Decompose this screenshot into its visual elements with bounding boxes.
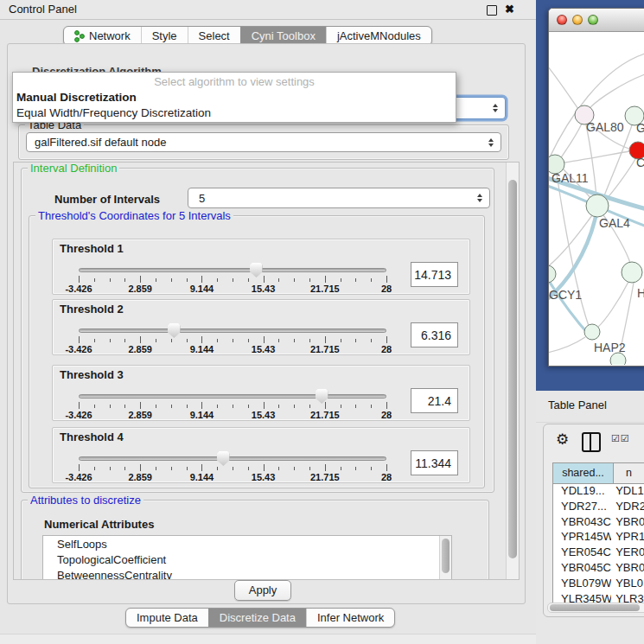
control-panel-titlebar: Control Panel ✖ [0, 0, 536, 20]
float-window-icon[interactable] [487, 5, 497, 16]
table-row[interactable]: YBR043CYBR0 [553, 515, 644, 531]
close-icon[interactable]: ✖ [505, 3, 514, 16]
tab-infer-network[interactable]: Infer Network [306, 609, 394, 627]
algorithm-placeholder: Select algorithm to view settings [13, 73, 456, 90]
threshold-panel: Threshold 3 -3.4262.8599.14415.4321.7152… [52, 365, 470, 421]
scale-tick-label: 9.144 [190, 472, 214, 482]
settings-scrollbar[interactable] [506, 163, 519, 579]
minimize-traffic-light-icon[interactable] [572, 15, 583, 25]
node-label: GCY1 [549, 288, 582, 302]
network-node-gcy1[interactable] [549, 265, 556, 283]
threshold-value-field[interactable]: 11.344 [411, 450, 458, 475]
network-node-h[interactable] [622, 262, 642, 283]
scale-tick-label: 2.859 [128, 284, 152, 294]
apply-button[interactable]: Apply [234, 580, 291, 601]
slider-track[interactable] [79, 456, 386, 461]
tab-style[interactable]: Style [141, 27, 188, 45]
shared-name-cell[interactable]: YER054C [553, 545, 611, 561]
number-of-intervals-label: Number of Intervals [54, 193, 160, 206]
attributes-group-title: Attributes to discretize [28, 494, 143, 507]
network-node-gal4[interactable] [586, 194, 609, 217]
combo-arrows-icon [493, 104, 498, 112]
threshold-panel: Threshold 2 -3.4262.8599.14415.4321.7152… [52, 299, 470, 355]
scale-tick-label: 9.144 [190, 410, 214, 420]
number-of-intervals-select[interactable]: 5 [188, 188, 490, 208]
name-cell[interactable]: YER0 [611, 545, 644, 561]
scale-tick-label: 15.43 [252, 344, 276, 354]
zoom-traffic-light-icon[interactable] [588, 15, 598, 25]
network-node[interactable] [610, 353, 626, 365]
table-horizontal-scrollbar[interactable] [547, 603, 644, 613]
select-columns-icon[interactable]: ☑☑ [611, 433, 630, 444]
numerical-attributes-list[interactable]: SelfLoopsTopologicalCoefficientBetweenne… [42, 535, 452, 580]
number-of-intervals-value: 5 [199, 192, 205, 205]
scale-tick-label: -3.426 [65, 472, 92, 482]
name-cell[interactable]: YBL0 [611, 577, 644, 592]
network-node-hap2[interactable] [584, 324, 600, 340]
table-body: YDL19...YDL1YDR27...YDR2YBR043CYBR0YPR14… [553, 484, 644, 609]
name-cell[interactable]: YBR0 [611, 515, 644, 531]
tab-cyni-toolbox[interactable]: Cyni Toolbox [240, 27, 326, 45]
attribute-list-item[interactable]: BetweennessCentrality [43, 567, 451, 580]
network-canvas[interactable]: GAL80GACGAL11GAL4GCY1HHAP2 [549, 31, 644, 365]
attribute-list-item[interactable]: TopologicalCoefficient [43, 552, 451, 567]
threshold-slider[interactable]: -3.4262.8599.14415.4321.71528 [79, 264, 390, 293]
tab-network[interactable]: Network [64, 27, 141, 45]
shared-name-cell[interactable]: YDR27... [553, 500, 611, 515]
network-window-titlebar[interactable] [549, 9, 644, 32]
network-nodes[interactable]: GAL80GACGAL11GAL4GCY1HHAP2 [549, 105, 644, 365]
tab-discretize-data[interactable]: Discretize Data [208, 609, 306, 627]
slider-track[interactable] [79, 328, 386, 333]
name-cell[interactable]: YDR2 [611, 500, 644, 515]
threshold-slider[interactable]: -3.4262.8599.14415.4321.71528 [79, 324, 390, 354]
close-traffic-light-icon[interactable] [557, 15, 567, 25]
algorithm-option-manual[interactable]: Manual Discretization [13, 90, 456, 105]
shared-name-cell[interactable]: YPR145W [553, 530, 611, 545]
slider-track[interactable] [79, 268, 386, 272]
tab-impute-data[interactable]: Impute Data [126, 609, 208, 627]
name-cell[interactable]: YBR0 [611, 561, 644, 577]
table-panel: ⚙ ☑☑ shared... n YDL19...YDL1YDR27...YDR… [543, 424, 644, 617]
table-row[interactable]: YDR27...YDR2 [553, 500, 644, 515]
table-row[interactable]: YDL19...YDL1 [553, 484, 644, 500]
name-cell[interactable]: YDL1 [611, 484, 644, 500]
thresholds-group-title: Threshold's Coordinates for 5 Intervals [35, 209, 233, 222]
name-cell[interactable]: YPR1 [611, 530, 644, 545]
table-row[interactable]: YPR145WYPR1 [553, 530, 644, 545]
shared-name-cell[interactable]: YBR043C [553, 515, 611, 531]
scale-tick-label: 9.144 [190, 284, 214, 294]
settings-scroll-area: Interval Definition Number of Intervals … [13, 162, 520, 580]
shared-name-cell[interactable]: YBL079W [553, 577, 611, 592]
threshold-slider[interactable]: -3.4262.8599.14415.4321.71528 [79, 390, 390, 419]
threshold-slider[interactable]: -3.4262.8599.14415.4321.71528 [79, 452, 390, 481]
cyni-mode-tabs: Impute DataDiscretize DataInfer Network [125, 608, 395, 628]
algorithm-option-equal-width[interactable]: Equal Width/Frequency Discretization [13, 105, 456, 121]
shared-name-cell[interactable]: YDL19... [553, 484, 611, 500]
table-data-group: Table Data galFiltered.sif default node [18, 124, 509, 160]
attributes-scrollbar[interactable] [439, 536, 451, 580]
slider-track[interactable] [79, 394, 386, 399]
column-header-shared-name[interactable]: shared... [553, 463, 614, 483]
threshold-value-field[interactable]: 21.4 [411, 388, 458, 413]
tab-jactivemnodules[interactable]: jActiveMNodules [326, 27, 431, 45]
shared-name-cell[interactable]: YBR045C [553, 561, 611, 577]
table-data-select[interactable]: galFiltered.sif default node [26, 132, 501, 152]
tab-select[interactable]: Select [188, 27, 240, 45]
table-row[interactable]: YER054CYER0 [553, 545, 644, 561]
column-header-name[interactable]: n [614, 463, 644, 483]
scale-tick-label: 28 [381, 284, 392, 294]
network-view-window: GAL80GACGAL11GAL4GCY1HHAP2 [548, 8, 644, 367]
settings-gear-icon[interactable]: ⚙ [556, 430, 569, 449]
attribute-list-item[interactable]: SelfLoops [43, 536, 451, 552]
threshold-label: Threshold 1 [60, 242, 124, 255]
threshold-value-field[interactable]: 6.316 [411, 322, 458, 348]
table-panel-titlebar: Table Panel [536, 391, 644, 423]
node-label: HAP2 [594, 341, 626, 354]
table-row[interactable]: YBR045CYBR0 [553, 561, 644, 577]
threshold-value-field[interactable]: 14.713 [411, 262, 458, 287]
attributes-group: Attributes to discretize Numerical Attri… [21, 500, 489, 580]
split-table-icon[interactable] [582, 432, 601, 452]
tab-label: Cyni Toolbox [252, 27, 316, 45]
table-row[interactable]: YBL079WYBL0 [553, 577, 644, 592]
node-label: H [637, 286, 644, 300]
